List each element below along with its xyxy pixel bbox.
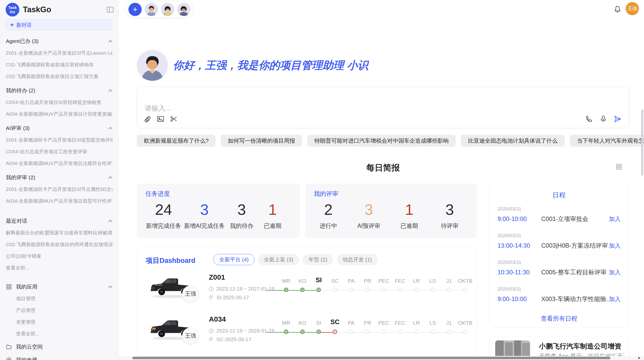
dashboard-title: 项目Dashboard <box>146 256 195 265</box>
tab-new-body[interactable]: 全新上装 (3) <box>258 254 299 265</box>
milestone-dot <box>447 288 451 292</box>
list-item[interactable]: C0X4-动力总成开发项目工程变更评审 <box>6 148 112 155</box>
sidebar-collapse-icon[interactable] <box>107 7 114 13</box>
sidebar-item-cloud-space[interactable]: 我的云空间 <box>6 343 112 350</box>
milestone: J1 <box>441 317 457 334</box>
list-item[interactable]: A034-全新新能源MUV产品开发项目造型可行性评审 <box>6 198 112 204</box>
layout-grid-icon[interactable] <box>616 163 622 170</box>
agent-avatar[interactable] <box>145 3 158 16</box>
section-ai-review[interactable]: AI评审 (3) <box>6 125 112 132</box>
list-item[interactable]: C02-飞腾新能源轻客改款项目的闭环通告反馈情况 <box>6 241 112 248</box>
stat-in-progress: 2 进行中 <box>314 201 342 230</box>
favorites-label: 我的收藏 <box>16 356 37 360</box>
vertical-scrollbar-thumb[interactable] <box>641 109 643 175</box>
sidebar-item-product-mgmt[interactable]: 产品管理 <box>16 307 112 314</box>
list-item[interactable]: C02-飞腾新能源轻客改款项目立项汇报方案 <box>6 73 112 80</box>
join-link[interactable]: 加入 <box>609 295 621 303</box>
list-item[interactable]: Z001-全新燃油皮卡产品开发项目SI节点Lesson Learn报告 <box>6 50 112 56</box>
join-link[interactable]: 加入 <box>609 215 621 223</box>
stat-overdue: 1 已逾期 <box>259 201 287 230</box>
list-item[interactable]: A034-全新新能源MUV产品开发项目法规符合性评审 <box>6 160 112 167</box>
chevron-up-icon[interactable] <box>108 176 112 179</box>
section-agent-done[interactable]: Agent已办 (3) <box>6 38 112 45</box>
stat-label: 进行中 <box>314 222 342 230</box>
list-item[interactable]: Z001-全新燃油轻卡产品开发项目SI节点属性5D文件评审 <box>6 186 112 193</box>
project-row-a034[interactable]: 王强 A034 2023-12-19 ~ 2026-01-19 SC-2025-… <box>137 311 477 353</box>
sidebar-item-my-apps[interactable]: 我的应用 <box>6 283 112 290</box>
card-title: 我的评审 <box>314 190 338 198</box>
clock-icon <box>209 287 214 292</box>
milestone: SI <box>311 317 327 334</box>
join-link[interactable]: 加入 <box>609 242 621 250</box>
stat-my-todo: 3 我的待办 <box>228 201 256 230</box>
view-all-apps[interactable]: 查看全部... <box>16 331 112 337</box>
owner-badge: 王强 <box>182 286 199 302</box>
milestone: J1 <box>441 275 457 292</box>
section-my-review[interactable]: 我的评审 (2) <box>6 174 112 181</box>
milestone: OKTB <box>457 275 473 292</box>
horizontal-scrollbar-thumb[interactable] <box>132 357 610 359</box>
suggestion-chip[interactable]: 当下年轻人对汽车外观有怎样的喜好趋势 <box>570 135 644 147</box>
sidebar-item-project-mgmt[interactable]: 项目管理 <box>16 295 112 302</box>
tab-new-platform[interactable]: 全新平台 (4) <box>213 254 255 265</box>
section-title: Agent已办 (3) <box>6 38 38 45</box>
chevron-up-icon[interactable] <box>108 127 112 129</box>
suggestion-chips: 欧洲新规最近颁布了什么? 如何写一份清晰的项目周报 特朗普可能对进口汽车增税会对… <box>137 135 630 147</box>
horizontal-scrollbar[interactable] <box>119 356 644 360</box>
agent-avatar[interactable] <box>177 3 191 16</box>
milestone-dot <box>316 329 321 334</box>
plus-icon: + <box>10 21 14 28</box>
schedule-event: 2025/03/11 13:00-14:30 C003|H0B-方案冻结评审 加… <box>497 228 621 255</box>
scissors-icon[interactable] <box>170 115 178 123</box>
sidebar-item-change-mgmt[interactable]: 变更管理 <box>16 319 112 325</box>
list-item[interactable]: 解释最新出台的欧盟报废车法规再生塑料比例被调至15%... <box>6 230 112 236</box>
image-icon[interactable] <box>157 115 164 123</box>
view-all-chats[interactable]: 查看全部... <box>6 265 112 271</box>
add-agent-button[interactable]: + <box>128 3 142 16</box>
list-item[interactable]: C0X4-动力总成开发项目SI里程碑提交物检查 <box>6 99 112 106</box>
chevron-up-icon[interactable] <box>108 89 112 92</box>
project-name: A034 <box>209 315 226 323</box>
owner-badge: 王强 <box>182 327 199 344</box>
join-link[interactable]: 加入 <box>609 268 621 276</box>
user-avatar[interactable]: 王强 <box>626 2 639 15</box>
suggestion-chip[interactable]: 比亚迪全固态电池计划具体说了什么 <box>461 135 565 147</box>
phone-icon[interactable] <box>585 115 593 123</box>
news-title: 小鹏飞行汽车制造公司增资 <box>539 342 621 351</box>
project-row-z001[interactable]: 王强 Z001 2023-12-19 ~ 2027-01-19 SI-2025-… <box>137 269 477 311</box>
suggestion-chip[interactable]: 欧洲新规最近颁布了什么? <box>137 135 216 147</box>
stat-value: 3 <box>355 201 383 218</box>
section-recent-chats[interactable]: 最近对话 <box>6 217 112 224</box>
event-name: C005-整车工程目标评审 <box>541 268 609 276</box>
agent-avatar[interactable] <box>161 3 174 16</box>
milestone: FEC <box>392 275 408 292</box>
chevron-up-icon[interactable] <box>108 220 112 222</box>
list-item[interactable]: C02-飞腾新能源轻客改款项目里程碑画布 <box>6 62 112 68</box>
scroll-right-arrow-icon[interactable] <box>638 357 640 359</box>
view-all-schedule-link[interactable]: 查看所有日程 <box>489 314 629 323</box>
tab-powertrain[interactable]: 动总开发 (1) <box>337 254 378 265</box>
my-apps-label: 我的应用 <box>16 283 108 290</box>
new-chat-button[interactable]: + 新对话 <box>6 19 112 31</box>
list-item[interactable]: A034-全新新能源MUV产品开发项目计划变更类编写 <box>6 111 112 117</box>
attachment-icon[interactable] <box>143 115 151 123</box>
sidebar-item-favorites[interactable]: 我的收藏 <box>6 356 112 360</box>
chat-input-box[interactable]: 请输入... <box>137 87 629 128</box>
stat-value: 2 <box>314 201 342 218</box>
microphone-icon[interactable] <box>599 115 607 123</box>
section-my-todo[interactable]: 我的待办 (2) <box>6 87 112 94</box>
tab-year-model[interactable]: 年型 (2) <box>303 254 333 265</box>
list-item[interactable]: 公司Q3轻卡销量 <box>6 253 112 260</box>
notification-bell-icon[interactable] <box>613 5 622 13</box>
list-item[interactable]: Z001-全新燃油轻卡产品开发项目SI造型提交物评审 <box>6 137 112 143</box>
suggestion-chip[interactable]: 特朗普可能对进口汽车增税会对中国车企造成哪些影响 <box>307 135 456 147</box>
event-name: C001-立项审批会 <box>541 215 609 223</box>
chevron-up-icon[interactable] <box>108 286 112 288</box>
project-dashboard-card: 项目Dashboard 全新平台 (4) 全新上装 (3) 年型 (2) 动总开… <box>137 248 477 360</box>
my-review-card: 我的评审 2 进行中 3 AI预评审 1 已逾期 3 待评审 <box>305 184 477 238</box>
send-icon[interactable] <box>614 115 621 123</box>
project-dates: 2023-12-19 ~ 2026-01-19 <box>209 328 274 334</box>
suggestion-chip[interactable]: 如何写一份清晰的项目周报 <box>221 135 302 147</box>
chevron-up-icon[interactable] <box>108 40 112 42</box>
stat-label: 已逾期 <box>259 222 287 230</box>
